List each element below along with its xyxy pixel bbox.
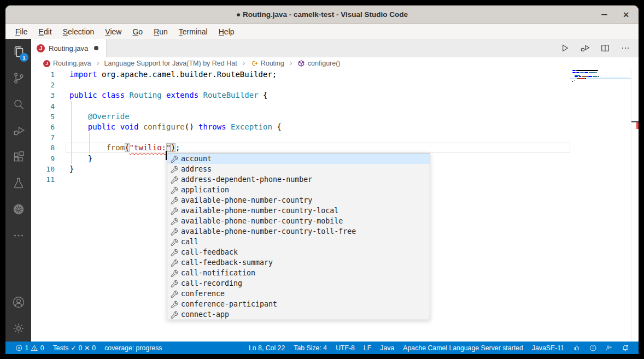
- problems-indicator[interactable]: 1 0: [11, 344, 49, 352]
- wrench-icon: [170, 269, 178, 277]
- wrench-icon: [170, 155, 178, 163]
- feedback-person-icon: [605, 344, 613, 352]
- tests-failed-count: 0: [92, 344, 96, 352]
- notifications-button[interactable]: [617, 344, 634, 352]
- line-number: 10: [31, 164, 55, 174]
- code-line-7[interactable]: 7: [31, 132, 639, 143]
- java-runtime-indicator[interactable]: JavaSE-11: [528, 344, 569, 352]
- debug-run-icon[interactable]: [579, 43, 590, 54]
- suggest-item[interactable]: conference-participant: [167, 299, 430, 309]
- suggest-item[interactable]: call-notification: [167, 268, 430, 278]
- info-button[interactable]: [585, 344, 601, 352]
- more-actions-icon[interactable]: [620, 43, 631, 54]
- code-line-1[interactable]: 1import org.apache.camel.builder.RouteBu…: [31, 69, 639, 80]
- menu-selection[interactable]: Selection: [57, 27, 100, 36]
- overview-ruler[interactable]: [631, 69, 639, 342]
- sidebar-item-more[interactable]: [5, 222, 31, 249]
- sidebar-item-source-control[interactable]: [5, 65, 31, 91]
- minimize-button[interactable]: [598, 9, 610, 21]
- feedback-button[interactable]: [601, 344, 617, 352]
- suggest-item[interactable]: address-dependent-phone-number: [167, 174, 430, 185]
- eol-indicator[interactable]: LF: [359, 344, 376, 352]
- code-line-8[interactable]: 8 from("twilio:");: [31, 143, 639, 153]
- menu-terminal[interactable]: Terminal: [173, 27, 213, 36]
- sidebar-item-search[interactable]: [5, 91, 31, 117]
- minimize-icon: [601, 14, 607, 15]
- language-mode[interactable]: Java: [376, 344, 399, 352]
- language-label: Java: [380, 344, 394, 352]
- vscode-window: ● Routing.java - camelk-test - Visual St…: [5, 5, 639, 354]
- suggest-item[interactable]: call: [167, 237, 430, 247]
- breadcrumb-provider[interactable]: Language Support for Java(TM) by Red Hat: [104, 60, 237, 67]
- split-editor-icon[interactable]: [600, 43, 611, 54]
- camel-server-status[interactable]: Apache Camel Language Server started: [399, 344, 527, 352]
- sidebar-item-testing[interactable]: [5, 170, 31, 196]
- run-icon[interactable]: [559, 43, 570, 54]
- suggest-item[interactable]: connect-app: [167, 309, 430, 320]
- breadcrumb-file[interactable]: Routing.java: [53, 60, 91, 67]
- suggest-item[interactable]: conference: [167, 289, 430, 299]
- suggest-item[interactable]: available-phone-number-country-mobile: [167, 216, 430, 226]
- suggest-item[interactable]: available-phone-number-country-local: [167, 205, 430, 216]
- search-icon: [11, 97, 26, 111]
- editor-actions: [559, 39, 631, 57]
- suggest-item[interactable]: account: [167, 154, 430, 164]
- menu-go[interactable]: Go: [127, 27, 148, 36]
- eol-label: LF: [364, 344, 371, 352]
- suggest-item[interactable]: call-feedback-summary: [167, 257, 430, 268]
- code-line-3[interactable]: 3public class Routing extends RouteBuild…: [31, 90, 639, 101]
- coverage-label: coverage: progress: [104, 344, 162, 352]
- suggest-item-label: available-phone-number-country-mobile: [181, 217, 343, 225]
- suggest-item[interactable]: application: [167, 185, 430, 195]
- menu-view[interactable]: View: [99, 27, 127, 36]
- breadcrumb-method[interactable]: configure(): [308, 60, 341, 67]
- java-status-button[interactable]: [569, 344, 585, 352]
- tab-size-indicator[interactable]: Tab Size: 4: [289, 344, 331, 352]
- settings-button[interactable]: [5, 315, 31, 342]
- sidebar-item-explorer[interactable]: 1: [5, 39, 31, 65]
- code-editor[interactable]: 1import org.apache.camel.builder.RouteBu…: [31, 69, 639, 342]
- suggest-item-label: conference-participant: [181, 300, 277, 308]
- code-line-2[interactable]: 2: [31, 80, 639, 90]
- minimap[interactable]: [570, 69, 631, 115]
- menu-file[interactable]: File: [10, 27, 33, 36]
- minimap-line-mark: [580, 72, 584, 73]
- tests-status[interactable]: Tests ✓ 0 ✕ 0: [49, 344, 101, 352]
- suggest-item[interactable]: available-phone-number-country: [167, 195, 430, 205]
- suggest-item[interactable]: available-phone-number-country-toll-free: [167, 226, 430, 237]
- wrench-icon: [170, 207, 178, 215]
- sidebar-item-extensions[interactable]: [5, 144, 31, 170]
- wrench-icon: [170, 165, 178, 173]
- account-button[interactable]: [5, 289, 31, 315]
- chevron-right-icon: [288, 60, 294, 67]
- suggest-item[interactable]: call-feedback: [167, 247, 430, 257]
- sidebar-item-run-debug[interactable]: [5, 117, 31, 144]
- minimap-line-mark: [587, 76, 588, 77]
- code-line-5[interactable]: 5 @Override: [31, 111, 639, 122]
- minimap-line-mark: [576, 70, 598, 71]
- overview-error-mark: [636, 122, 639, 129]
- menu-help[interactable]: Help: [213, 27, 240, 36]
- close-button[interactable]: ✕: [620, 9, 632, 21]
- cursor-position[interactable]: Ln 8, Col 22: [244, 344, 289, 352]
- wrench-icon: [170, 258, 178, 267]
- minimap-line-mark: [575, 76, 578, 77]
- menu-edit[interactable]: Edit: [33, 27, 57, 36]
- line-number: 4: [31, 101, 55, 111]
- account-icon: [11, 295, 26, 309]
- code-line-6[interactable]: 6 public void configure() throws Excepti…: [31, 122, 639, 132]
- code-line-4[interactable]: 4: [31, 101, 639, 111]
- tab-routing-java[interactable]: J Routing.java: [31, 39, 107, 57]
- info-icon: [589, 344, 597, 352]
- menu-run[interactable]: Run: [148, 27, 173, 36]
- suggest-item[interactable]: address: [167, 164, 430, 174]
- sidebar-item-kubernetes[interactable]: [5, 196, 31, 222]
- breadcrumb-class[interactable]: Routing: [261, 60, 284, 67]
- coverage-status[interactable]: coverage: progress: [100, 344, 166, 352]
- suggest-item[interactable]: call-recording: [167, 278, 430, 289]
- encoding-indicator[interactable]: UTF-8: [331, 344, 359, 352]
- minimap-line-mark: [580, 78, 584, 79]
- java-file-icon: J: [37, 44, 45, 52]
- cursor-position-label: Ln 8, Col 22: [249, 344, 285, 352]
- run-debug-icon: [11, 123, 26, 138]
